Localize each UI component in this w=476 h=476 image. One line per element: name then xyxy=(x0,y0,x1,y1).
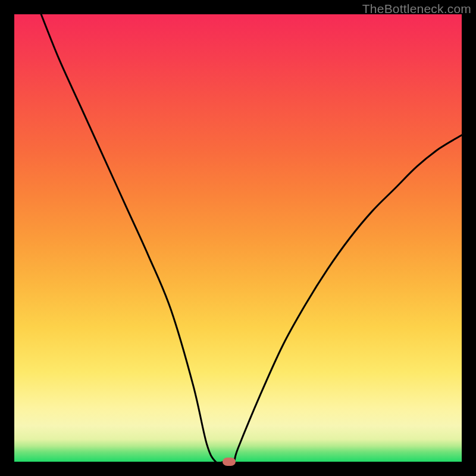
optimal-point-marker xyxy=(223,458,236,466)
chart-frame: TheBottleneck.com xyxy=(0,0,476,476)
bottleneck-curve xyxy=(14,14,462,462)
plot-area xyxy=(14,14,462,462)
